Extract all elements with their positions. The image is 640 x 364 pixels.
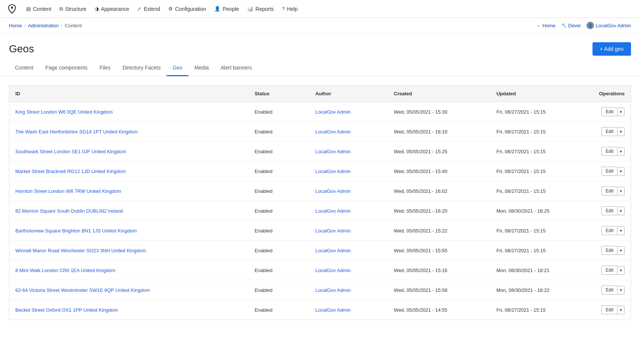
edit-dropdown-button[interactable]: ▾ xyxy=(617,266,625,275)
cell-id: Southwark Street London SE1 0JF United K… xyxy=(9,142,249,161)
table-row: King Street London W6 0QE United Kingdom… xyxy=(9,102,631,122)
author-link[interactable]: LocalGov Admin xyxy=(315,268,351,273)
geo-link[interactable]: Market Street Bracknell RG12 1JD United … xyxy=(15,169,126,174)
edit-dropdown-button[interactable]: ▾ xyxy=(617,207,625,215)
geo-link[interactable]: The Wash East Hertfordshire SG14 1PT Uni… xyxy=(15,129,138,135)
col-header-created: Created xyxy=(388,86,490,102)
nav-item-structure[interactable]: ⧉Structure xyxy=(56,4,90,14)
edit-dropdown-button[interactable]: ▾ xyxy=(617,226,625,235)
table-header: ID Status Author Created Updated Operati… xyxy=(9,86,631,102)
tab-geo[interactable]: Geo xyxy=(166,60,188,76)
edit-dropdown-button[interactable]: ▾ xyxy=(617,108,625,116)
cell-author: LocalGov Admin xyxy=(309,161,388,181)
svg-point-0 xyxy=(11,6,13,9)
cell-id: King Street London W6 0QE United Kingdom xyxy=(9,102,249,122)
edit-dropdown-button[interactable]: ▾ xyxy=(617,127,625,136)
geo-link[interactable]: Becket Street Oxford OX1 1PP United King… xyxy=(15,307,118,313)
geo-link[interactable]: Winnall Manor Road Winchester SO23 3NH U… xyxy=(15,248,146,253)
author-link[interactable]: LocalGov Admin xyxy=(315,287,351,293)
content-tabs: ContentPage componentsFilesDirectory Fac… xyxy=(0,60,640,76)
edit-button[interactable]: Edit xyxy=(601,107,617,116)
author-link[interactable]: LocalGov Admin xyxy=(315,228,351,234)
author-link[interactable]: LocalGov Admin xyxy=(315,169,351,174)
table-row: 8 Mint Walk London CR0 1EA United Kingdo… xyxy=(9,260,631,280)
geo-link[interactable]: King Street London W6 0QE United Kingdom xyxy=(15,109,113,115)
col-header-status: Status xyxy=(249,86,309,102)
site-logo[interactable] xyxy=(6,3,18,15)
author-link[interactable]: LocalGov Admin xyxy=(315,248,351,253)
edit-button[interactable]: Edit xyxy=(601,226,617,235)
nav-item-content[interactable]: ▤Content xyxy=(22,4,55,14)
table-row: 82 Merrion Square South Dublin DUBLIN2 I… xyxy=(9,201,631,221)
nav-item-extend[interactable]: ⤢Extend xyxy=(134,4,164,14)
tab-media[interactable]: Media xyxy=(189,60,215,76)
cell-id: The Wash East Hertfordshire SG14 1PT Uni… xyxy=(9,122,249,142)
geo-link[interactable]: 8 Mint Walk London CR0 1EA United Kingdo… xyxy=(15,268,116,273)
edit-button[interactable]: Edit xyxy=(601,206,617,215)
edit-button[interactable]: Edit xyxy=(601,305,617,314)
author-link[interactable]: LocalGov Admin xyxy=(315,129,351,135)
cell-id: Becket Street Oxford OX1 1PP United King… xyxy=(9,300,249,320)
nav-item-reports[interactable]: 📊Reports xyxy=(244,4,278,14)
edit-dropdown-button[interactable]: ▾ xyxy=(617,306,625,314)
cell-status: Enabled xyxy=(249,280,309,300)
cell-author: LocalGov Admin xyxy=(309,221,388,241)
edit-button[interactable]: Edit xyxy=(601,286,617,294)
author-link[interactable]: LocalGov Admin xyxy=(315,149,351,154)
author-link[interactable]: LocalGov Admin xyxy=(315,188,351,194)
edit-button[interactable]: Edit xyxy=(601,246,617,255)
cell-id: Market Street Bracknell RG12 1JD United … xyxy=(9,161,249,181)
add-geo-button[interactable]: + Add geo xyxy=(592,42,631,56)
cell-status: Enabled xyxy=(249,241,309,260)
cell-created: Wed, 05/05/2021 - 16:10 xyxy=(388,122,490,142)
edit-button[interactable]: Edit xyxy=(601,167,617,176)
nav-item-configuration[interactable]: ⚙Configuration xyxy=(165,4,210,14)
edit-dropdown-button[interactable]: ▾ xyxy=(617,286,625,294)
nav-item-appearance[interactable]: ◑Appearance xyxy=(91,4,133,14)
cell-updated: Fri, 08/27/2021 - 15:15 xyxy=(490,241,593,260)
author-link[interactable]: LocalGov Admin xyxy=(315,208,351,214)
tab-page-components[interactable]: Page components xyxy=(39,60,94,76)
breadcrumb-current: Content xyxy=(65,23,82,28)
edit-button[interactable]: Edit xyxy=(601,147,617,156)
edit-button[interactable]: Edit xyxy=(601,266,617,275)
cell-operations: Edit ▾ xyxy=(593,102,631,122)
geo-link[interactable]: 82 Merrion Square South Dublin DUBLIN2 I… xyxy=(15,208,123,214)
cell-operations: Edit ▾ xyxy=(593,122,631,142)
geo-link[interactable]: Southwark Street London SE1 0JF United K… xyxy=(15,149,126,154)
tab-files[interactable]: Files xyxy=(94,60,117,76)
tab-alert-banners[interactable]: Alert banners xyxy=(215,60,258,76)
geo-link[interactable]: Bartholomew Square Brighton BN1 1JS Unit… xyxy=(15,228,137,234)
cell-updated: Fri, 08/27/2021 - 15:15 xyxy=(490,300,593,320)
nav-icon-configuration: ⚙ xyxy=(168,6,173,12)
geo-link[interactable]: Hornton Street London W8 7RW United King… xyxy=(15,188,121,194)
tab-content[interactable]: Content xyxy=(9,60,39,76)
nav-item-help[interactable]: ?Help xyxy=(278,4,301,14)
edit-dropdown-button[interactable]: ▾ xyxy=(617,187,625,195)
breadcrumb-home[interactable]: Home xyxy=(9,23,22,28)
cell-status: Enabled xyxy=(249,161,309,181)
breadcrumb-admin[interactable]: Administration xyxy=(28,23,59,28)
author-link[interactable]: LocalGov Admin xyxy=(315,307,351,313)
user-account-link[interactable]: 👤 LocalGov Admin xyxy=(587,22,631,29)
cell-author: LocalGov Admin xyxy=(309,280,388,300)
edit-dropdown-button[interactable]: ▾ xyxy=(617,246,625,255)
nav-label: Extend xyxy=(144,6,160,12)
edit-dropdown-button[interactable]: ▾ xyxy=(617,147,625,156)
home-arrow-icon: ← xyxy=(536,23,541,28)
edit-dropdown-button[interactable]: ▾ xyxy=(617,167,625,176)
breadcrumb-home-link[interactable]: ← Home xyxy=(536,23,555,28)
cell-operations: Edit ▾ xyxy=(593,161,631,181)
nav-item-people[interactable]: 👤People xyxy=(211,4,243,14)
table-row: Bartholomew Square Brighton BN1 1JS Unit… xyxy=(9,221,631,241)
cell-operations: Edit ▾ xyxy=(593,181,631,201)
author-link[interactable]: LocalGov Admin xyxy=(315,109,351,115)
devel-link[interactable]: 🔧 Devel xyxy=(561,23,581,28)
geo-link[interactable]: 62-64 Victoria Street Westminster SW1E 6… xyxy=(15,287,150,293)
edit-button[interactable]: Edit xyxy=(601,127,617,136)
table-row: Winnall Manor Road Winchester SO23 3NH U… xyxy=(9,241,631,260)
col-header-operations: Operations xyxy=(593,86,631,102)
edit-button[interactable]: Edit xyxy=(601,186,617,195)
cell-status: Enabled xyxy=(249,142,309,161)
tab-directory-facets[interactable]: Directory Facets xyxy=(116,60,166,76)
